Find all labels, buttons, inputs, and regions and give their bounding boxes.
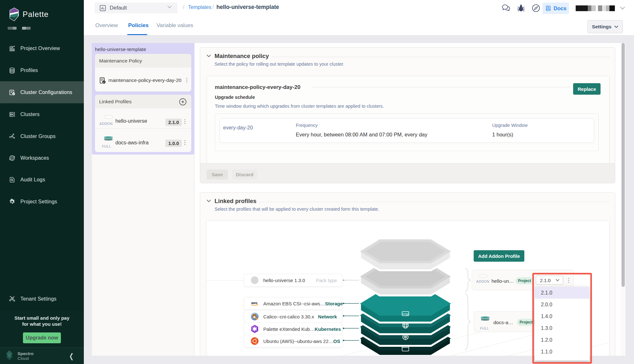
svg-text:aws: aws: [251, 301, 258, 305]
